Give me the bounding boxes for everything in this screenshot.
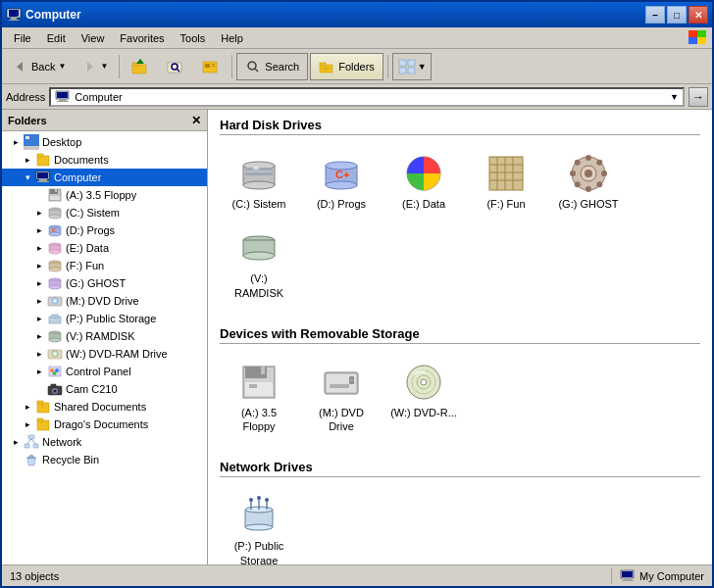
icon-c-sistem[interactable]: (C:) Sistem <box>220 147 298 218</box>
menu-tools[interactable]: Tools <box>173 30 214 46</box>
sidebar-item-e-data[interactable]: ▸ (E:) Data <box>2 239 207 257</box>
expand-network[interactable]: ▸ <box>8 434 24 450</box>
svg-point-141 <box>421 379 427 385</box>
expand-computer[interactable]: ▾ <box>20 170 35 185</box>
expand-d[interactable]: ▸ <box>31 222 47 238</box>
minimize-button[interactable]: – <box>645 6 665 24</box>
ramdisk-icon <box>47 328 63 344</box>
dvdram-w-label: (W:) DVD-R... <box>390 406 457 419</box>
nav-folder-up[interactable] <box>124 53 157 80</box>
icon-m-dvd[interactable]: (M:) DVD Drive <box>302 356 381 441</box>
winxp-flag-icon <box>687 28 708 48</box>
icon-g-ghost[interactable]: (G:) GHOST <box>549 147 628 218</box>
expand-v[interactable]: ▸ <box>31 328 47 344</box>
svg-rect-6 <box>697 30 706 37</box>
sidebar-item-c-sistem[interactable]: ▸ (C:) Sistem <box>2 204 207 221</box>
my-computer-status-icon <box>620 568 636 584</box>
address-go-button[interactable]: → <box>688 87 708 107</box>
sidebar-item-w-dvdram[interactable]: ▸ (W:) DVD-RAM Drive <box>2 345 207 363</box>
sidebar-item-controlpanel[interactable]: ▸ Control Panel <box>2 363 207 380</box>
views-button[interactable]: ▼ <box>392 53 432 80</box>
sidebar-item-recycle[interactable]: Recycle Bin <box>2 451 207 468</box>
expand-w[interactable]: ▸ <box>31 346 47 362</box>
menu-edit[interactable]: Edit <box>39 30 74 46</box>
icon-f-fun[interactable]: (F:) Fun <box>467 147 545 218</box>
sidebar-item-desktop[interactable]: ▸ Desktop <box>2 133 207 151</box>
sidebar-item-computer[interactable]: ▾ Computer <box>2 169 207 186</box>
svg-point-118 <box>570 171 576 176</box>
maximize-button[interactable]: □ <box>667 6 687 24</box>
floppy-large-icon <box>239 363 279 402</box>
icon-v-ramdisk[interactable]: (V:) RAMDISK <box>220 221 298 307</box>
svg-rect-20 <box>212 66 215 67</box>
expand-m[interactable]: ▸ <box>31 293 47 309</box>
icon-a-floppy[interactable]: (A:) 3.5 Floppy <box>220 356 298 441</box>
svg-point-124 <box>585 170 592 177</box>
expand-desktop[interactable]: ▸ <box>8 134 24 150</box>
expand-p[interactable]: ▸ <box>31 311 47 326</box>
svg-rect-130 <box>261 367 265 374</box>
expand-cam[interactable] <box>31 381 47 397</box>
expand-c[interactable]: ▸ <box>31 205 47 220</box>
svg-line-92 <box>27 439 32 444</box>
address-label: Address <box>6 91 45 103</box>
sidebar-item-shared-docs[interactable]: ▸ ✋ Shared Documents <box>2 398 207 416</box>
sidebar-item-documents[interactable]: ▸ Documents <box>2 151 207 169</box>
svg-rect-2 <box>11 18 17 20</box>
svg-point-137 <box>350 378 354 382</box>
expand-e[interactable]: ▸ <box>31 240 47 256</box>
expand-controlpanel[interactable]: ▸ <box>31 364 47 379</box>
sidebar-item-label: Cam C210 <box>66 383 118 395</box>
address-dropdown-arrow[interactable]: ▼ <box>670 92 679 102</box>
sidebar-item-v-ramdisk[interactable]: ▸ (V:) RAMDISK <box>2 327 207 345</box>
toolbar: Back ▼ ▼ <box>2 49 712 84</box>
svg-rect-37 <box>26 136 29 139</box>
menu-favorites[interactable]: Favorites <box>112 30 172 46</box>
svg-point-127 <box>243 252 275 260</box>
sidebar-item-p-public[interactable]: ▸ (P:) Public Storage <box>2 310 207 327</box>
search-button[interactable]: Search <box>236 53 308 80</box>
desktop-icon <box>24 134 39 150</box>
sidebar-item-network[interactable]: ▸ Network <box>2 433 207 451</box>
back-button[interactable]: Back ▼ <box>6 53 73 80</box>
icon-d-progs[interactable]: C + (D:) Progs <box>302 147 381 218</box>
sidebar-item-drago-docs[interactable]: ▸ Drago's Documents <box>2 416 207 433</box>
controlpanel-icon <box>47 364 63 379</box>
expand-documents[interactable]: ▸ <box>20 152 35 168</box>
address-input[interactable]: Computer ▼ <box>49 87 685 107</box>
expand-floppy[interactable] <box>31 187 47 203</box>
icon-e-data[interactable]: (E:) Data <box>384 147 463 218</box>
expand-drago[interactable]: ▸ <box>20 416 35 432</box>
menu-help[interactable]: Help <box>213 30 251 46</box>
icon-p-public[interactable]: (P:) Public Storage <box>220 489 298 564</box>
close-button[interactable]: ✕ <box>688 6 708 24</box>
svg-rect-33 <box>59 99 67 101</box>
expand-g[interactable]: ▸ <box>31 275 47 291</box>
sidebar-item-f-fun[interactable]: ▸ (F:) Fun <box>2 257 207 274</box>
removable-section: Devices with Removable Storage <box>208 318 712 453</box>
svg-rect-18 <box>205 64 210 68</box>
sidebar-item-m-dvd[interactable]: ▸ (M:) DVD Drive <box>2 292 207 310</box>
drago-folder-icon <box>35 416 51 432</box>
folders-button[interactable]: Folders <box>310 53 383 80</box>
svg-rect-8 <box>697 37 706 44</box>
sidebar-item-floppy[interactable]: (A:) 3.5 Floppy <box>2 186 207 204</box>
sidebar-item-label: Documents <box>54 154 109 166</box>
sidebar-item-g-ghost[interactable]: ▸ (G:) GHOST <box>2 274 207 292</box>
svg-rect-38 <box>37 156 49 166</box>
menu-view[interactable]: View <box>74 30 113 46</box>
sidebar-close-button[interactable]: ✕ <box>191 114 201 127</box>
toolbar-separator-2 <box>231 55 232 78</box>
hd-d-label: (D:) Progs <box>317 197 366 211</box>
forward-button[interactable]: ▼ <box>75 53 115 80</box>
icon-w-dvdram[interactable]: (W:) DVD-R... <box>384 356 463 441</box>
expand-f[interactable]: ▸ <box>31 258 47 273</box>
hd-g-icon <box>569 154 608 193</box>
expand-shared[interactable]: ▸ <box>20 399 35 415</box>
menu-file[interactable]: File <box>6 30 39 46</box>
sidebar-item-d-progs[interactable]: ▸ C (D:) Progs <box>2 221 207 239</box>
nav-search-places[interactable] <box>159 53 192 80</box>
expand-recycle[interactable] <box>8 452 24 467</box>
sidebar-item-cam[interactable]: Cam C210 <box>2 380 207 398</box>
nav-favorite-places[interactable] <box>194 53 228 80</box>
